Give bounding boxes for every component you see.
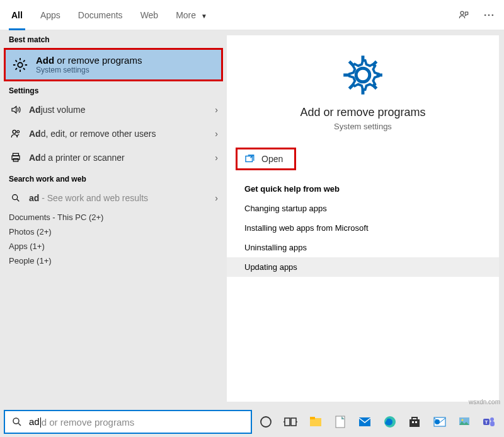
taskbar-taskview-icon[interactable] bbox=[279, 409, 301, 434]
search-suggestion: d or remove programs bbox=[42, 417, 135, 428]
taskbar-paint-icon[interactable] bbox=[453, 409, 475, 434]
taskbar-mail-icon[interactable] bbox=[354, 409, 376, 434]
gear-icon bbox=[11, 55, 30, 74]
quick-help-install-web[interactable]: Installing web apps from Microsoft bbox=[227, 218, 499, 238]
best-match-item[interactable]: Add or remove programs System settings bbox=[4, 48, 223, 81]
tab-more-label: More bbox=[176, 10, 196, 20]
detail-subtitle: System settings bbox=[239, 122, 486, 131]
section-settings: Settings bbox=[0, 81, 227, 98]
taskbar: add or remove programs T bbox=[0, 407, 504, 437]
taskbar-edge-icon[interactable] bbox=[379, 409, 401, 434]
taskbar-outlook-icon[interactable] bbox=[428, 409, 450, 434]
tab-web[interactable]: Web bbox=[132, 0, 168, 30]
svg-point-0 bbox=[461, 11, 464, 15]
svg-rect-23 bbox=[412, 421, 414, 423]
filter-people[interactable]: People (1+) bbox=[0, 253, 227, 268]
taskbar-explorer-icon[interactable] bbox=[304, 409, 326, 434]
svg-rect-15 bbox=[285, 418, 290, 426]
search-input[interactable]: add or remove programs bbox=[4, 410, 252, 434]
svg-point-28 bbox=[461, 419, 463, 421]
search-tabs: All Apps Documents Web More ▼ bbox=[0, 0, 504, 30]
chevron-down-icon: ▼ bbox=[201, 13, 207, 20]
svg-rect-19 bbox=[336, 416, 345, 428]
open-label: Open bbox=[261, 154, 283, 164]
filter-photos[interactable]: Photos (2+) bbox=[0, 224, 227, 239]
svg-rect-22 bbox=[410, 419, 420, 427]
chevron-right-icon: › bbox=[215, 105, 218, 115]
svg-rect-32 bbox=[490, 421, 495, 426]
best-match-text: Add or remove programs System settings bbox=[36, 55, 142, 74]
volume-icon bbox=[9, 104, 23, 115]
quick-help-uninstall[interactable]: Uninstalling apps bbox=[227, 238, 499, 257]
open-button[interactable]: Open bbox=[236, 148, 296, 170]
tab-documents[interactable]: Documents bbox=[69, 0, 132, 30]
quick-help-update[interactable]: Updating apps bbox=[227, 257, 499, 277]
tab-more[interactable]: More ▼ bbox=[167, 0, 216, 30]
taskbar-cortana-icon[interactable] bbox=[255, 409, 277, 434]
search-typed: ad bbox=[29, 416, 42, 428]
search-icon bbox=[9, 193, 23, 203]
settings-item-users[interactable]: Add, edit, or remove other users › bbox=[0, 122, 227, 146]
taskbar-libreoffice-icon[interactable] bbox=[329, 409, 351, 434]
svg-point-3 bbox=[492, 14, 494, 16]
feedback-icon[interactable] bbox=[451, 3, 476, 28]
tab-apps[interactable]: Apps bbox=[32, 0, 69, 30]
results-panel: Best match Add or remove programs System… bbox=[0, 30, 227, 407]
svg-point-6 bbox=[17, 131, 20, 133]
svg-point-14 bbox=[261, 417, 271, 427]
svg-point-5 bbox=[13, 130, 16, 133]
svg-point-1 bbox=[484, 14, 486, 16]
search-icon bbox=[11, 416, 23, 428]
detail-panel: Add or remove programs System settings O… bbox=[227, 35, 499, 402]
svg-point-2 bbox=[488, 14, 490, 16]
taskbar-store-icon[interactable] bbox=[403, 409, 425, 434]
settings-item-printer[interactable]: Add a printer or scanner › bbox=[0, 146, 227, 170]
svg-rect-20 bbox=[359, 417, 370, 426]
more-options-icon[interactable] bbox=[476, 3, 501, 28]
open-icon bbox=[244, 153, 255, 165]
quick-help-startup[interactable]: Changing startup apps bbox=[227, 199, 499, 218]
search-body: Best match Add or remove programs System… bbox=[0, 30, 504, 407]
section-search-web: Search work and web bbox=[0, 170, 227, 186]
taskbar-teams-icon[interactable]: T bbox=[478, 409, 500, 434]
svg-text:T: T bbox=[485, 419, 488, 425]
tab-all[interactable]: All bbox=[3, 0, 32, 30]
svg-rect-18 bbox=[310, 417, 315, 419]
svg-point-13 bbox=[13, 418, 19, 424]
svg-rect-24 bbox=[415, 421, 417, 423]
svg-point-26 bbox=[435, 419, 440, 424]
user-icon bbox=[9, 128, 23, 139]
quick-help-label: Get quick help from web bbox=[227, 170, 499, 199]
chevron-right-icon: › bbox=[215, 153, 218, 163]
printer-icon bbox=[9, 152, 23, 163]
chevron-right-icon: › bbox=[215, 129, 218, 139]
gear-icon bbox=[340, 52, 386, 98]
section-best-match: Best match bbox=[0, 30, 227, 47]
svg-point-31 bbox=[490, 417, 494, 421]
svg-point-4 bbox=[18, 62, 22, 67]
svg-point-11 bbox=[356, 68, 370, 82]
chevron-right-icon: › bbox=[215, 193, 218, 203]
svg-rect-16 bbox=[291, 418, 296, 426]
watermark: wsxdn.com bbox=[469, 399, 500, 405]
web-search-item[interactable]: ad - See work and web results › bbox=[0, 186, 227, 210]
settings-item-adjust-volume[interactable]: Adjust volume › bbox=[0, 98, 227, 122]
svg-rect-9 bbox=[13, 159, 18, 162]
detail-title: Add or remove programs bbox=[239, 106, 486, 119]
filter-apps[interactable]: Apps (1+) bbox=[0, 239, 227, 253]
filter-documents[interactable]: Documents - This PC (2+) bbox=[0, 210, 227, 224]
svg-point-10 bbox=[13, 195, 18, 200]
